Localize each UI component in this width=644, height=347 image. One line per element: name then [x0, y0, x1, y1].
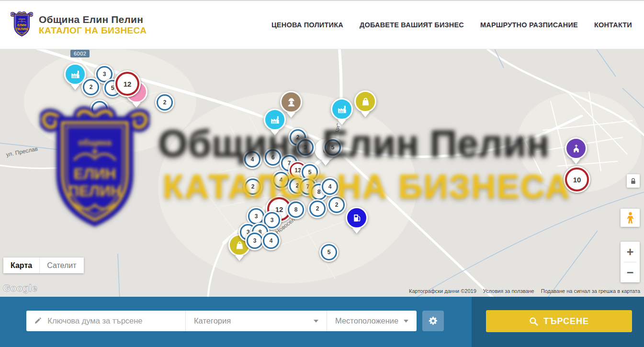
street-view-pegman-button[interactable] — [621, 209, 640, 227]
fuel-pump-pin-marker[interactable] — [346, 207, 368, 234]
keyword-search-input[interactable] — [46, 316, 178, 326]
cluster-marker[interactable]: 3 — [296, 138, 315, 157]
factory-pin-marker[interactable] — [331, 98, 353, 125]
svg-text:ПЕЛИН: ПЕЛИН — [16, 27, 27, 31]
cluster-marker[interactable]: 2 — [308, 199, 327, 218]
cluster-marker[interactable]: 4 — [243, 150, 262, 169]
page: община ЕЛИН ПЕЛИН Община Елин Пелин КАТА… — [0, 0, 644, 347]
municipality-crest-icon: община ЕЛИН ПЕЛИН — [11, 11, 33, 39]
svg-text:ЕЛИН: ЕЛИН — [17, 23, 26, 27]
zoom-out-button[interactable]: − — [621, 262, 640, 282]
gear-icon — [428, 316, 438, 326]
search-bar: ТЪРСЕНЕ Категория Местоположение — [0, 297, 644, 347]
lock-button[interactable] — [627, 174, 640, 188]
site-logo[interactable]: община ЕЛИН ПЕЛИН Община Елин Пелин КАТА… — [11, 11, 147, 39]
map-type-map-button[interactable]: Карта — [3, 257, 39, 273]
pencil-icon — [34, 317, 41, 325]
map-type-control: Карта Сателит — [3, 257, 84, 273]
cluster-marker[interactable]: 4 — [261, 231, 281, 250]
factory-pin-marker[interactable] — [264, 109, 286, 135]
cluster-marker[interactable]: 5 — [319, 243, 339, 262]
search-icon — [529, 317, 538, 326]
church-pin-marker[interactable] — [565, 137, 587, 164]
padlock-icon — [630, 178, 636, 185]
cluster-marker[interactable]: 8 — [286, 200, 305, 219]
site-name: Община Елин Пелин — [39, 14, 147, 25]
terms-of-use-link[interactable]: Условия за ползване — [483, 288, 534, 294]
cluster-marker[interactable]: 2 — [327, 195, 346, 214]
chevron-down-icon — [404, 320, 408, 325]
search-bar-right-panel: ТЪРСЕНЕ — [472, 297, 644, 347]
cluster-marker[interactable]: 10 — [564, 166, 590, 193]
google-map[interactable]: 6002 ул. Преслав бул. „Новосел ци" 32512… — [0, 49, 644, 297]
nav-item-timetable[interactable]: МАРШРУТНО РАЗПИСАНИЕ — [480, 21, 578, 29]
chevron-down-icon — [314, 320, 318, 325]
map-attribution: Картографски данни ©2019 Условия за полз… — [409, 288, 640, 294]
site-tagline: КАТАЛОГ НА БИЗНЕСА — [39, 25, 147, 36]
map-type-satellite-button[interactable]: Сателит — [39, 257, 83, 273]
window-top-border — [0, 0, 644, 1]
cluster-marker[interactable]: 2 — [81, 78, 101, 97]
map-markers-layer: 32512223564713542278412822333834510 — [0, 49, 644, 297]
pegman-icon — [626, 212, 634, 224]
nav-item-add-business[interactable]: ДОБАВЕТЕ ВАШИЯТ БИЗНЕС — [360, 21, 464, 29]
header: община ЕЛИН ПЕЛИН Община Елин Пелин КАТА… — [0, 1, 644, 49]
location-select-label: Местоположение — [335, 316, 398, 325]
location-select[interactable]: Местоположение — [327, 311, 417, 331]
main-nav: ЦЕНОВА ПОЛИТИКА ДОБАВЕТЕ ВАШИЯТ БИЗНЕС М… — [271, 21, 632, 29]
google-logo[interactable]: Google — [3, 283, 37, 294]
category-select-label: Категория — [194, 316, 231, 325]
map-data-copyright: Картографски данни ©2019 — [409, 288, 476, 294]
svg-text:община: община — [18, 18, 25, 20]
nav-item-contacts[interactable]: КОНТАКТИ — [594, 21, 632, 29]
search-button[interactable]: ТЪРСЕНЕ — [486, 310, 632, 332]
cluster-marker[interactable]: 5 — [323, 138, 342, 157]
zoom-in-button[interactable]: + — [621, 242, 640, 262]
cluster-marker[interactable]: 12 — [114, 70, 141, 97]
advanced-search-button[interactable] — [422, 311, 444, 331]
search-input-group: Категория Местоположение — [26, 311, 417, 331]
cluster-marker[interactable]: 2 — [155, 93, 174, 112]
report-map-error-link[interactable]: Подаване на сигнал за грешка в картата — [541, 288, 640, 294]
cluster-marker[interactable]: 4 — [320, 177, 339, 196]
cluster-marker[interactable]: 2 — [243, 177, 262, 196]
category-select[interactable]: Категория — [185, 311, 327, 331]
keyword-field-wrap — [26, 311, 185, 331]
cluster-marker[interactable] — [90, 100, 109, 119]
shopping-bag-pin-marker[interactable] — [354, 90, 376, 117]
nav-item-pricing[interactable]: ЦЕНОВА ПОЛИТИКА — [271, 21, 343, 29]
zoom-control: + − — [621, 242, 640, 282]
search-button-label: ТЪРСЕНЕ — [543, 316, 589, 326]
